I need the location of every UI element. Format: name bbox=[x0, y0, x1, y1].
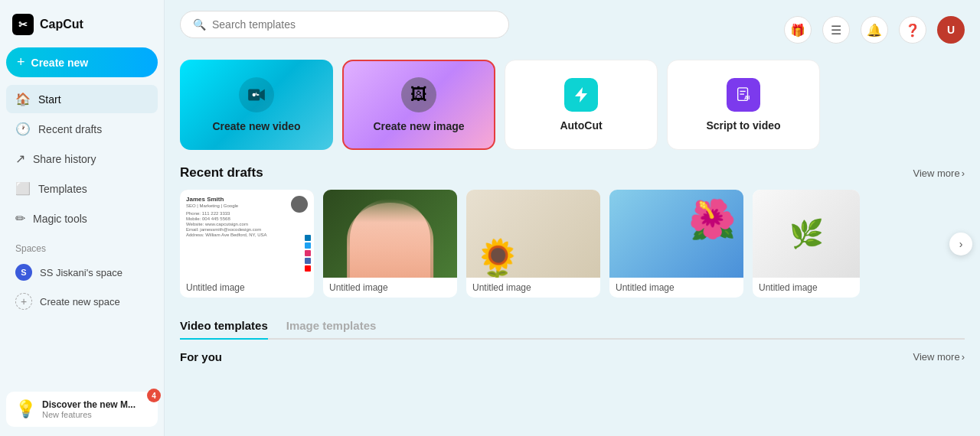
menu-button[interactable]: ☰ bbox=[822, 16, 850, 44]
draft-label-4: Untitled image bbox=[609, 278, 743, 298]
image-icon: 🖼 bbox=[401, 77, 436, 112]
header-icons: 🎁 ☰ 🔔 ❓ U bbox=[784, 16, 965, 44]
draft-card-4[interactable]: Untitled image bbox=[609, 190, 743, 298]
draft-label-3: Untitled image bbox=[466, 278, 600, 298]
create-video-label: Create new video bbox=[212, 120, 300, 132]
for-you-label: For you bbox=[180, 350, 222, 363]
main-content: 🔍 🎁 ☰ 🔔 ❓ U + Create new video bbox=[165, 0, 980, 436]
recent-drafts-view-more[interactable]: View more › bbox=[913, 168, 965, 179]
recent-drafts-header: Recent drafts View more › bbox=[180, 165, 965, 181]
discover-text: Discover the new M... New features bbox=[42, 399, 149, 419]
nav-label-templates: Templates bbox=[38, 183, 87, 195]
template-icon: ⬜ bbox=[15, 181, 31, 196]
search-bar[interactable]: 🔍 bbox=[180, 11, 509, 38]
share-icon: ↗ bbox=[15, 151, 25, 166]
search-icon: 🔍 bbox=[193, 18, 206, 31]
nav-label-share-history: Share history bbox=[33, 153, 96, 165]
draft-label-2: Untitled image bbox=[323, 278, 457, 298]
draft-label-1: Untitled image bbox=[180, 278, 314, 298]
space-name: SS Jiskani's space bbox=[40, 267, 122, 278]
tab-image-templates[interactable]: Image templates bbox=[286, 313, 377, 340]
draft-thumb-4 bbox=[609, 190, 743, 278]
nav-label-magic-tools: Magic tools bbox=[33, 213, 87, 225]
draft-thumb-1: James Smith SEO | Marketing | Google Pho… bbox=[180, 190, 314, 278]
svg-text:+: + bbox=[255, 91, 258, 96]
help-button[interactable]: ❓ bbox=[899, 16, 926, 44]
create-image-label: Create new image bbox=[373, 120, 464, 132]
space-avatar: S bbox=[15, 264, 32, 281]
biz-card: James Smith SEO | Marketing | Google Pho… bbox=[180, 190, 314, 278]
draft-label-5: Untitled image bbox=[753, 278, 860, 298]
create-image-card[interactable]: 🖼 Create new image bbox=[342, 60, 495, 150]
svg-text:AI: AI bbox=[744, 94, 750, 101]
discover-icon: 💡 bbox=[15, 399, 36, 419]
drafts-next-arrow[interactable]: › bbox=[949, 233, 972, 255]
logo-text: CapCut bbox=[40, 18, 83, 31]
logo-icon: ✂ bbox=[12, 14, 34, 35]
draft-card-2[interactable]: Untitled image bbox=[323, 190, 457, 298]
spaces-label: Spaces bbox=[6, 234, 158, 257]
user-avatar[interactable]: U bbox=[937, 16, 965, 44]
script-to-video-card[interactable]: AI Script to video bbox=[667, 60, 820, 150]
create-new-label: Create new bbox=[31, 57, 89, 69]
quick-actions: + Create new video 🖼 Create new image Au… bbox=[180, 60, 965, 150]
header-row: 🔍 🎁 ☰ 🔔 ❓ U bbox=[180, 11, 965, 49]
for-you-row: For you View more › bbox=[180, 350, 965, 363]
templates-view-more[interactable]: View more › bbox=[913, 351, 965, 363]
sidebar-item-recent-drafts[interactable]: 🕐 Recent drafts bbox=[6, 115, 158, 143]
sidebar-item-templates[interactable]: ⬜ Templates bbox=[6, 174, 158, 203]
nav-label-recent-drafts: Recent drafts bbox=[38, 123, 102, 135]
bell-button[interactable]: 🔔 bbox=[861, 16, 888, 44]
autocut-icon bbox=[564, 78, 598, 112]
nav-label-start: Start bbox=[38, 93, 61, 106]
video-icon: + bbox=[239, 77, 274, 112]
plus-icon: + bbox=[17, 54, 25, 70]
clock-icon: 🕐 bbox=[15, 122, 31, 136]
discover-banner[interactable]: 4 💡 Discover the new M... New features bbox=[6, 392, 158, 427]
templates-tabs: Video templates Image templates bbox=[180, 313, 965, 340]
magic-icon: ✏ bbox=[15, 211, 25, 226]
draft-thumb-2 bbox=[323, 190, 457, 278]
autocut-card[interactable]: AutoCut bbox=[505, 60, 658, 150]
discover-badge: 4 bbox=[147, 389, 161, 402]
create-space-label: Create new space bbox=[40, 296, 120, 307]
discover-title: Discover the new M... bbox=[42, 399, 149, 410]
draft-card-1[interactable]: James Smith SEO | Marketing | Google Pho… bbox=[180, 190, 314, 298]
logo: ✂ CapCut bbox=[6, 9, 158, 46]
create-space-button[interactable]: + Create new space bbox=[6, 288, 158, 315]
draft-thumb-3 bbox=[466, 190, 600, 278]
gift-button[interactable]: 🎁 bbox=[784, 16, 812, 44]
create-new-button[interactable]: + Create new bbox=[6, 47, 158, 77]
search-input[interactable] bbox=[212, 18, 496, 31]
discover-subtitle: New features bbox=[42, 410, 149, 419]
create-space-icon: + bbox=[15, 293, 32, 310]
recent-drafts-title: Recent drafts bbox=[180, 165, 263, 181]
draft-card-3[interactable]: Untitled image bbox=[466, 190, 600, 298]
script-icon: AI bbox=[727, 78, 760, 112]
autocut-label: AutoCut bbox=[560, 119, 602, 132]
draft-card-5[interactable]: 🌿 Untitled image bbox=[753, 190, 860, 298]
create-video-card[interactable]: + Create new video bbox=[180, 60, 333, 150]
sidebar-item-share-history[interactable]: ↗ Share history bbox=[6, 145, 158, 173]
sidebar-item-magic-tools[interactable]: ✏ Magic tools bbox=[6, 204, 158, 233]
tab-video-templates[interactable]: Video templates bbox=[180, 313, 268, 340]
sidebar: ✂ CapCut + Create new 🏠 Start 🕐 Recent d… bbox=[0, 0, 165, 436]
drafts-row: James Smith SEO | Marketing | Google Pho… bbox=[180, 190, 965, 298]
space-item-jiskani[interactable]: S SS Jiskani's space bbox=[6, 259, 158, 286]
home-icon: 🏠 bbox=[15, 92, 31, 106]
sidebar-item-start[interactable]: 🏠 Start bbox=[6, 85, 158, 113]
draft-thumb-5: 🌿 bbox=[753, 190, 860, 278]
script-to-video-label: Script to video bbox=[706, 119, 780, 132]
